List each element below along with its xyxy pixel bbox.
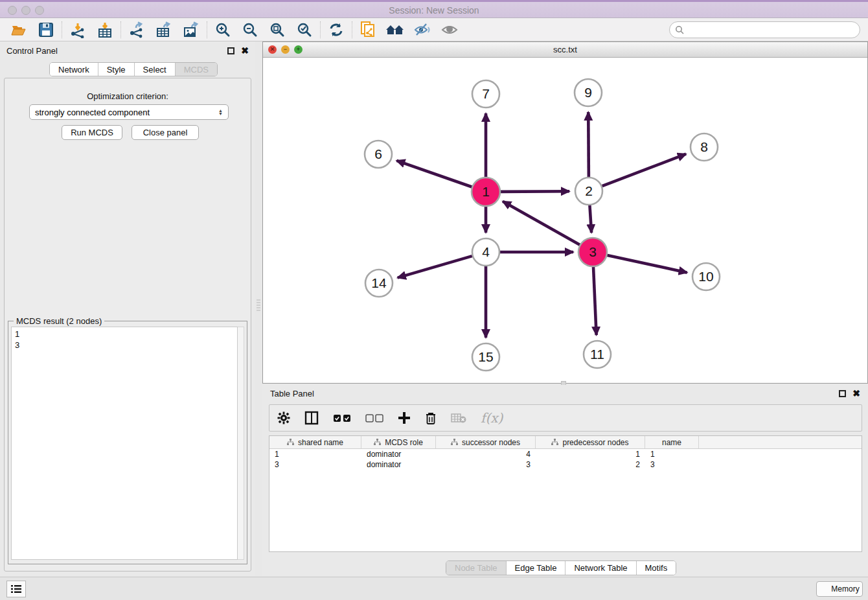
toolbar-separator [207, 21, 207, 38]
cell-predecessor-nodes[interactable]: 1 [536, 449, 645, 459]
network-window-titlebar[interactable]: ✕ − + scc.txt [263, 42, 867, 58]
cell-successor-nodes[interactable]: 4 [436, 449, 536, 459]
network-document-icon [360, 21, 376, 39]
control-panel: Control Panel ✖ Network Style Select MCD… [0, 41, 255, 577]
mcds-tab-content: Optimization criterion: strongly connect… [4, 78, 251, 571]
import-table-button[interactable] [91, 19, 119, 40]
float-table-panel-icon[interactable] [839, 390, 846, 397]
export-table-button[interactable] [150, 19, 177, 40]
tab-node-table[interactable]: Node Table [446, 561, 507, 575]
export-image-button[interactable] [177, 19, 205, 40]
close-panel-icon[interactable]: ✖ [241, 46, 249, 55]
app-titlebar: Session: New Session [0, 0, 868, 18]
create-column-button[interactable] [398, 411, 411, 424]
column-name[interactable]: name [645, 436, 699, 448]
close-table-panel-icon[interactable]: ✖ [852, 389, 860, 398]
zoom-selected-icon [296, 21, 313, 38]
splitter-grip[interactable] [257, 299, 260, 311]
criterion-select[interactable]: strongly connected component ▲▼ [29, 104, 229, 120]
tab-edge-table[interactable]: Edge Table [507, 561, 566, 575]
tab-network-table[interactable]: Network Table [565, 561, 636, 575]
graph-edge-3-11[interactable] [593, 266, 597, 335]
tab-style[interactable]: Style [98, 63, 135, 76]
column-type-icon [374, 439, 381, 446]
tab-motifs[interactable]: Motifs [637, 561, 676, 575]
graph-edge-2-8[interactable] [602, 154, 686, 186]
tab-select[interactable]: Select [135, 63, 176, 76]
table-header-row: shared name MCDS role successor nodes pr… [269, 436, 862, 449]
column-successor-nodes[interactable]: successor nodes [436, 436, 536, 448]
import-network-button[interactable] [64, 19, 91, 40]
column-label: shared name [298, 438, 343, 447]
hide-details-icon [413, 22, 431, 38]
cell-shared-name[interactable]: 1 [269, 449, 361, 459]
tab-network[interactable]: Network [50, 63, 98, 76]
graph-edge-2-3[interactable] [589, 205, 591, 233]
cell-shared-name[interactable]: 3 [269, 459, 361, 470]
cell-predecessor-nodes[interactable]: 2 [536, 459, 645, 470]
graph-edge-1-6[interactable] [396, 161, 472, 187]
node-table[interactable]: shared name MCDS role successor nodes pr… [269, 435, 862, 552]
show-details-button[interactable] [436, 19, 463, 40]
delete-table-button[interactable] [451, 413, 466, 423]
show-columns-button[interactable] [304, 411, 319, 425]
deselect-all-columns-button[interactable] [365, 414, 383, 422]
open-file-button[interactable] [5, 19, 32, 40]
search-input[interactable] [688, 25, 860, 35]
graph-edge-3-1[interactable] [503, 202, 580, 245]
graph-edge-2-9[interactable] [588, 112, 589, 177]
graph-node-label-11: 11 [590, 347, 604, 362]
cell-name[interactable]: 1 [645, 449, 699, 459]
toolbar-separator [120, 21, 121, 38]
open-file-icon [10, 21, 27, 38]
mcds-result-text[interactable]: 1 3 [11, 327, 238, 560]
network-canvas[interactable]: 7968124314101511 [263, 58, 867, 383]
hide-details-button[interactable] [409, 19, 436, 40]
graph-node-label-10: 10 [698, 269, 713, 284]
column-type-icon [451, 439, 458, 446]
optimization-criterion-label: Optimization criterion: [5, 91, 251, 101]
table-row[interactable]: 3 dominator 3 2 3 [269, 459, 862, 470]
search-box[interactable] [669, 21, 860, 38]
delete-column-button[interactable] [425, 411, 437, 425]
memory-button[interactable]: Memory [816, 581, 863, 597]
control-panel-header: Control Panel ✖ [0, 41, 255, 60]
float-panel-icon[interactable] [227, 47, 234, 54]
graph-edge-4-14[interactable] [398, 256, 472, 277]
graph-node-label-3: 3 [589, 244, 597, 259]
column-mcds-role[interactable]: MCDS role [361, 436, 436, 448]
run-mcds-button[interactable]: Run MCDS [62, 125, 122, 140]
select-all-columns-button[interactable] [333, 414, 351, 422]
zoom-fit-button[interactable] [264, 19, 291, 40]
function-builder-button[interactable]: f(x) [481, 410, 503, 426]
save-session-button[interactable] [32, 19, 60, 40]
zoom-selected-button[interactable] [291, 19, 318, 40]
zoom-in-button[interactable] [209, 19, 236, 40]
cell-name[interactable]: 3 [645, 459, 699, 470]
tab-mcds[interactable]: MCDS [176, 63, 217, 76]
edge-layer[interactable] [396, 112, 687, 338]
cell-mcds-role[interactable]: dominator [361, 449, 436, 459]
result-scrollbar[interactable] [238, 327, 244, 560]
table-settings-button[interactable] [277, 411, 290, 424]
table-row[interactable]: 1 dominator 4 1 1 [269, 449, 862, 459]
import-table-icon [97, 21, 113, 38]
graph-edge-3-10[interactable] [606, 255, 687, 273]
graph-edge-1-2[interactable] [500, 191, 569, 192]
zoom-fit-icon [269, 21, 286, 38]
vertical-splitter[interactable] [255, 41, 262, 577]
column-label: predecessor nodes [562, 438, 628, 447]
task-history-button[interactable] [6, 581, 26, 597]
column-label: successor nodes [462, 438, 520, 447]
apply-layout-button[interactable] [323, 19, 350, 40]
column-predecessor-nodes[interactable]: predecessor nodes [536, 436, 645, 448]
cell-mcds-role[interactable]: dominator [361, 459, 436, 470]
home-icon [385, 21, 405, 38]
home-button[interactable] [382, 19, 409, 40]
close-panel-button[interactable]: Close panel [131, 125, 199, 140]
cell-successor-nodes[interactable]: 3 [436, 459, 536, 470]
column-shared-name[interactable]: shared name [269, 436, 361, 448]
export-network-button[interactable] [123, 19, 150, 40]
network-document-button[interactable] [354, 19, 382, 40]
zoom-out-button[interactable] [236, 19, 264, 40]
